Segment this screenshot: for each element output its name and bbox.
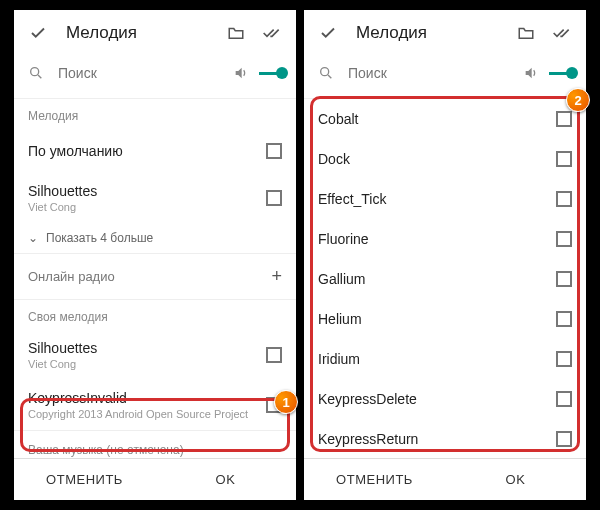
footer: ОТМЕНИТЬ OK (14, 458, 296, 500)
volume-slider[interactable] (549, 72, 572, 75)
highlight-box (310, 96, 580, 452)
list-item[interactable]: По умолчанию (14, 129, 296, 173)
header-title: Мелодия (66, 23, 226, 43)
item-subtitle: Viet Cong (28, 201, 266, 213)
header-title: Мелодия (356, 23, 516, 43)
svg-point-1 (321, 68, 329, 76)
folder-icon[interactable] (516, 23, 536, 43)
item-title: По умолчанию (28, 143, 266, 159)
plus-icon[interactable]: + (271, 266, 282, 287)
highlight-box (20, 398, 290, 452)
search-input[interactable] (348, 65, 523, 81)
search-icon[interactable] (28, 63, 44, 83)
online-radio-row[interactable]: Онлайн радио + (14, 253, 296, 300)
online-radio-label: Онлайн радио (28, 269, 271, 284)
search-bar (304, 56, 586, 98)
double-check-icon[interactable] (552, 23, 572, 43)
volume-slider[interactable] (259, 72, 282, 75)
search-input[interactable] (58, 65, 233, 81)
item-subtitle: Viet Cong (28, 358, 266, 370)
svg-point-0 (31, 68, 39, 76)
expand-label: Показать 4 больше (46, 231, 153, 245)
search-bar (14, 56, 296, 98)
cancel-button[interactable]: ОТМЕНИТЬ (304, 459, 445, 500)
list-item[interactable]: SilhouettesViet Cong (14, 173, 296, 223)
double-check-icon[interactable] (262, 23, 282, 43)
badge-2: 2 (566, 88, 590, 112)
chevron-down-icon: ⌄ (28, 231, 38, 245)
list-item[interactable]: SilhouettesViet Cong (14, 330, 296, 380)
folder-icon[interactable] (226, 23, 246, 43)
ok-button[interactable]: OK (445, 459, 586, 500)
section-own-melody-label: Своя мелодия (14, 300, 296, 330)
header: Мелодия (14, 10, 296, 56)
check-icon[interactable] (318, 23, 338, 43)
checkbox-icon[interactable] (266, 190, 282, 206)
section-melody-label: Мелодия (14, 99, 296, 129)
checkbox-icon[interactable] (266, 143, 282, 159)
item-title: Silhouettes (28, 183, 266, 199)
cancel-button[interactable]: ОТМЕНИТЬ (14, 459, 155, 500)
volume-icon[interactable] (523, 63, 539, 83)
checkbox-icon[interactable] (266, 347, 282, 363)
expand-row[interactable]: ⌄ Показать 4 больше (14, 223, 296, 253)
header: Мелодия (304, 10, 586, 56)
item-title: Silhouettes (28, 340, 266, 356)
search-icon[interactable] (318, 63, 334, 83)
check-icon[interactable] (28, 23, 48, 43)
footer: ОТМЕНИТЬ OK (304, 458, 586, 500)
volume-icon[interactable] (233, 63, 249, 83)
ok-button[interactable]: OK (155, 459, 296, 500)
badge-1: 1 (274, 390, 298, 414)
